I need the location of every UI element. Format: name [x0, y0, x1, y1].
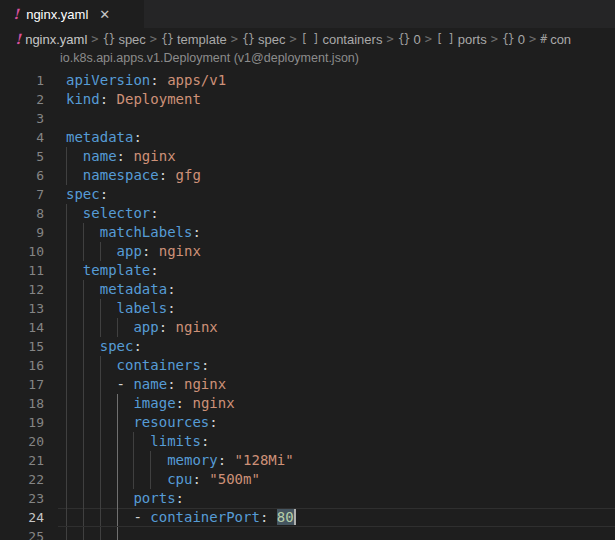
- code-line-3[interactable]: 3: [0, 109, 615, 128]
- breadcrumb-item-spec[interactable]: {}spec: [103, 32, 146, 47]
- code-content: matchLabels:: [66, 223, 615, 242]
- close-icon[interactable]: ✕: [99, 8, 110, 21]
- indent-guide-active: [117, 489, 118, 508]
- indent-guide: [83, 489, 84, 508]
- code-token: :: [176, 395, 193, 411]
- indent-guide-active: [117, 508, 118, 527]
- code-line-19[interactable]: 19 resources:: [0, 413, 615, 432]
- indent-guide: [66, 204, 67, 223]
- symbol-object-icon: {}: [103, 32, 115, 46]
- code-token: [66, 300, 117, 316]
- code-content: memory: "128Mi": [66, 451, 615, 470]
- code-token: :: [150, 72, 167, 88]
- yaml-file-icon: !: [15, 32, 21, 46]
- breadcrumb-item-0[interactable]: {}0: [502, 32, 525, 47]
- indent-guide: [66, 451, 67, 470]
- breadcrumb-separator: >: [149, 32, 158, 46]
- indent-guide: [83, 318, 84, 337]
- code-token: nginx: [192, 395, 234, 411]
- indent-guide-active: [117, 527, 118, 540]
- code-line-20[interactable]: 20 limits:: [0, 432, 615, 451]
- breadcrumb: !nginx.yaml>{}spec>{}template>{}spec>[ ]…: [0, 28, 615, 50]
- indent-guide: [66, 470, 67, 489]
- indent-guide: [66, 527, 67, 540]
- code-line-7[interactable]: 7spec:: [0, 185, 615, 204]
- code-line-10[interactable]: 10 app: nginx: [0, 242, 615, 261]
- code-token: [66, 205, 83, 221]
- schema-info: io.k8s.api.apps.v1.Deployment (v1@deploy…: [0, 50, 615, 68]
- code-token: :: [133, 129, 141, 145]
- code-token: spec: [66, 186, 100, 202]
- breadcrumb-label: con: [550, 32, 571, 47]
- indent-guide-active: [117, 451, 118, 470]
- code-token: :: [142, 243, 159, 259]
- code-line-5[interactable]: 5 name: nginx: [0, 147, 615, 166]
- code-token: cpu: [167, 471, 192, 487]
- breadcrumb-item-con[interactable]: #con: [540, 32, 571, 47]
- code-line-12[interactable]: 12 metadata:: [0, 280, 615, 299]
- code-content: ports:: [66, 489, 615, 508]
- indent-guide: [66, 489, 67, 508]
- code-line-16[interactable]: 16 containers:: [0, 356, 615, 375]
- breadcrumb-separator: >: [385, 32, 394, 46]
- code-line-22[interactable]: 22 cpu: "500m": [0, 470, 615, 489]
- code-line-11[interactable]: 11 template:: [0, 261, 615, 280]
- code-line-4[interactable]: 4metadata:: [0, 128, 615, 147]
- code-content: namespace: gfg: [66, 166, 615, 185]
- code-line-18[interactable]: 18 image: nginx: [0, 394, 615, 413]
- code-line-24[interactable]: 24 - containerPort: 80: [0, 508, 615, 527]
- breadcrumb-item-nginx.yaml[interactable]: !nginx.yaml: [15, 32, 87, 47]
- breadcrumb-item-template[interactable]: {}template: [161, 32, 227, 47]
- line-number: 9: [0, 223, 44, 242]
- code-line-14[interactable]: 14 app: nginx: [0, 318, 615, 337]
- code-token: kind: [66, 91, 100, 107]
- line-number: 10: [0, 242, 44, 261]
- code-token: :: [133, 338, 141, 354]
- code-line-23[interactable]: 23 ports:: [0, 489, 615, 508]
- symbol-object-icon: {}: [161, 32, 173, 46]
- code-line-17[interactable]: 17 - name: nginx: [0, 375, 615, 394]
- code-token: :: [100, 186, 108, 202]
- indent-guide-active: [117, 432, 118, 451]
- breadcrumb-item-ports[interactable]: [ ]ports: [436, 32, 487, 47]
- breadcrumb-separator: >: [230, 32, 239, 46]
- line-number: 7: [0, 185, 44, 204]
- line-number: 2: [0, 90, 44, 109]
- code-line-8[interactable]: 8 selector:: [0, 204, 615, 223]
- tab-nginx-yaml[interactable]: ! nginx.yaml ✕: [0, 0, 144, 28]
- code-line-13[interactable]: 13 labels:: [0, 299, 615, 318]
- indent-guide: [66, 394, 67, 413]
- code-token: :: [260, 509, 277, 525]
- breadcrumb-separator: >: [424, 32, 433, 46]
- symbol-array-icon: [ ]: [436, 32, 454, 46]
- code-line-1[interactable]: 1apiVersion: apps/v1: [0, 71, 615, 90]
- code-line-2[interactable]: 2kind: Deployment: [0, 90, 615, 109]
- code-token: apps/v1: [167, 72, 226, 88]
- breadcrumb-item-spec[interactable]: {}spec: [242, 32, 285, 47]
- code-line-6[interactable]: 6 namespace: gfg: [0, 166, 615, 185]
- code-line-9[interactable]: 9 matchLabels:: [0, 223, 615, 242]
- line-number: 17: [0, 375, 44, 394]
- breadcrumb-item-0[interactable]: {}0: [398, 32, 421, 47]
- code-token: template: [83, 262, 150, 278]
- indent-guide-active: [117, 394, 118, 413]
- breadcrumb-separator: >: [90, 32, 99, 46]
- code-token: spec: [100, 338, 134, 354]
- indent-guide: [83, 527, 84, 540]
- code-token: nginx: [133, 148, 175, 164]
- indent-guide: [133, 432, 134, 451]
- breadcrumb-item-containers[interactable]: [ ]containers: [301, 32, 383, 47]
- code-token: name: [83, 148, 117, 164]
- indent-guide: [83, 375, 84, 394]
- code-line-21[interactable]: 21 memory: "128Mi": [0, 451, 615, 470]
- line-number: 20: [0, 432, 44, 451]
- code-token: metadata: [100, 281, 167, 297]
- indent-guide: [83, 280, 84, 299]
- code-line-25[interactable]: 25: [0, 527, 615, 540]
- code-token: :: [150, 205, 158, 221]
- code-content: name: nginx: [66, 147, 615, 166]
- code-line-15[interactable]: 15 spec:: [0, 337, 615, 356]
- code-editor[interactable]: 1apiVersion: apps/v12kind: Deployment34m…: [0, 68, 615, 540]
- symbol-object-icon: {}: [502, 32, 514, 46]
- code-token: containers: [117, 357, 201, 373]
